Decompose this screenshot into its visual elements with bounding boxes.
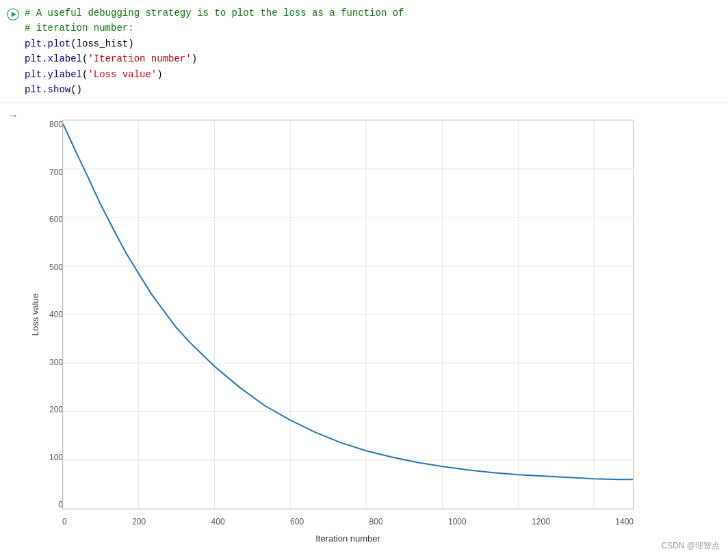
x-tick-800: 800 xyxy=(369,517,383,526)
func-show: plt.show xyxy=(25,84,70,95)
y-tick-200: 200 xyxy=(44,405,63,414)
code-line-6: plt.show() xyxy=(25,82,728,97)
y-tick-700: 700 xyxy=(44,168,63,177)
csdn-watermark: CSDN @理智点 xyxy=(661,540,720,552)
y-tick-400: 400 xyxy=(44,310,63,319)
output-cell: → Loss value 0 100 200 300 400 500 600 7… xyxy=(0,103,728,560)
y-tick-0: 0 xyxy=(44,500,63,509)
comment-line2: # iteration number: xyxy=(25,23,134,34)
x-tick-1400: 1400 xyxy=(615,517,634,526)
loss-curve xyxy=(63,124,633,479)
y-tick-300: 300 xyxy=(44,358,63,367)
x-tick-1200: 1200 xyxy=(532,517,550,526)
comment-line1: # A useful debugging strategy is to plot… xyxy=(25,8,404,18)
func-xlabel: plt.xlabel xyxy=(25,53,82,64)
y-axis-label-wrapper: Loss value xyxy=(28,120,42,509)
x-tick-400: 400 xyxy=(211,517,225,526)
x-tick-1000: 1000 xyxy=(448,517,467,526)
string-iteration-number: 'Iteration number' xyxy=(88,53,191,64)
arg-loss-hist: loss_hist xyxy=(77,38,129,49)
y-tick-600: 600 xyxy=(44,215,63,224)
code-line-3: plt.plot(loss_hist) xyxy=(25,36,728,51)
x-axis-label: Iteration number xyxy=(62,533,634,544)
run-button[interactable] xyxy=(5,7,21,22)
paren-open: ( xyxy=(70,38,76,49)
svg-marker-1 xyxy=(12,12,17,17)
string-loss-value: 'Loss value' xyxy=(88,69,157,80)
paren-close: ) xyxy=(128,38,133,49)
y-tick-labels: 0 100 200 300 400 500 600 700 800 xyxy=(44,120,63,509)
code-block: # A useful debugging strategy is to plot… xyxy=(25,5,728,97)
y-tick-100: 100 xyxy=(44,453,63,462)
func-ylabel: plt.ylabel xyxy=(25,69,82,80)
code-line-4: plt.xlabel('Iteration number') xyxy=(25,51,728,66)
code-line-1: # A useful debugging strategy is to plot… xyxy=(25,5,728,21)
y-tick-800: 800 xyxy=(44,120,63,129)
func-plot: plt.plot xyxy=(25,38,70,49)
chart-container: Loss value 0 100 200 300 400 500 600 700… xyxy=(25,106,728,557)
x-tick-0: 0 xyxy=(62,517,67,526)
code-cell: # A useful debugging strategy is to plot… xyxy=(0,0,728,103)
code-line-2: # iteration number: xyxy=(25,21,728,36)
x-tick-200: 200 xyxy=(132,517,146,526)
y-axis-label: Loss value xyxy=(30,293,40,336)
y-tick-500: 500 xyxy=(44,263,63,272)
x-tick-600: 600 xyxy=(290,517,304,526)
code-line-5: plt.ylabel('Loss value') xyxy=(25,67,728,82)
chart-wrapper: Loss value 0 100 200 300 400 500 600 700… xyxy=(25,113,640,550)
chart-plot-area xyxy=(62,120,634,509)
chart-svg xyxy=(63,120,633,509)
x-tick-labels: 0 200 400 600 800 1000 1200 1400 xyxy=(62,517,634,526)
output-icon: → xyxy=(5,109,21,124)
